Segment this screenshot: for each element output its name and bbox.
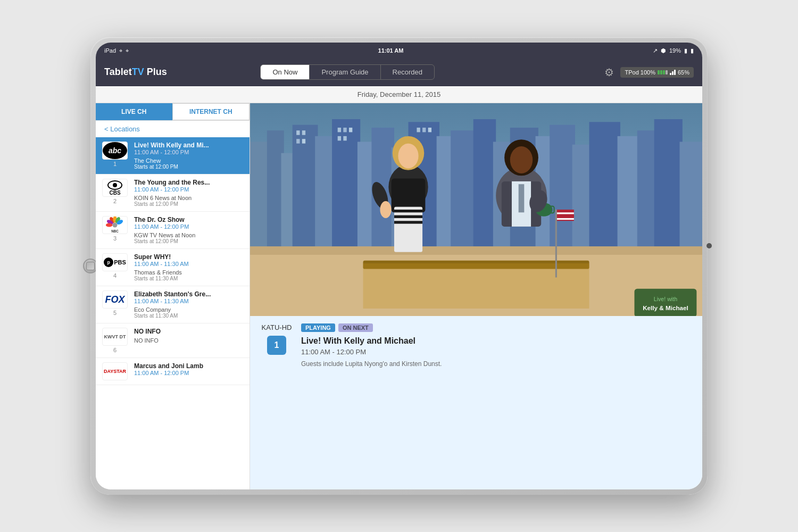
tab-on-now[interactable]: On Now (261, 65, 310, 79)
channel-number: 6 (113, 347, 117, 353)
channel-number: 3 (113, 235, 117, 242)
svg-rect-13 (315, 136, 335, 255)
show-title: Live! With Kelly and Mi... (134, 142, 244, 149)
svg-rect-30 (654, 119, 683, 255)
svg-rect-52 (557, 218, 574, 220)
show-title: Elizabeth Stanton's Gre... (134, 290, 244, 298)
bat-2 (660, 70, 662, 74)
bar-3 (674, 70, 676, 75)
svg-rect-21 (473, 119, 496, 255)
playing-description: Guests include Lupita Nyong'o and Kirste… (301, 360, 692, 368)
tab-program-guide[interactable]: Program Guide (310, 65, 380, 79)
channel-logo-wrap: p PBS 4 (101, 253, 129, 279)
svg-rect-12 (293, 125, 318, 255)
locations-link[interactable]: < Locations (96, 121, 250, 137)
svg-rect-34 (296, 139, 300, 144)
channel-item[interactable]: DAYSTAR Marcus and Joni Lamb 11:00 AM - … (96, 358, 250, 385)
bar-2 (672, 71, 674, 75)
abc-logo-text: abc (103, 142, 127, 159)
fox-logo-text: FOX (105, 294, 124, 305)
channel-item[interactable]: abc 1 Live! With Kelly and Mi... 11:00 A… (96, 137, 250, 174)
show-time: 11:00 AM - 11:30 AM (134, 298, 244, 304)
main-content: Friday, December 11, 2015 LIVE CH INTERN… (96, 86, 702, 489)
svg-rect-40 (343, 136, 346, 141)
live-ch-tab[interactable]: LIVE CH (96, 103, 172, 120)
channel-item[interactable]: p PBS 4 Super WHY! 11:00 AM - 11:30 AM (96, 249, 250, 286)
app-title-tv: TV (132, 66, 144, 77)
cbs-logo-content: CBS (107, 180, 122, 196)
svg-rect-25 (550, 125, 575, 255)
channel-name: KATU-HD (262, 323, 292, 331)
channel-logo-wrap: KWVT DT 6 (101, 328, 129, 353)
ipad-device: iPad ⌖ ⌖ 11:01 AM ↗ ⬢ 19% ▮ ▮ TabletTV P… (90, 37, 708, 495)
svg-rect-50 (557, 212, 574, 214)
channel-logo-wrap: DAYSTAR (101, 362, 129, 380)
device-label: iPad (104, 47, 116, 54)
svg-rect-42 (422, 128, 426, 132)
svg-rect-57 (394, 207, 422, 252)
svg-point-0 (113, 223, 118, 228)
bluetooth-icon: ⬢ (661, 47, 666, 54)
svg-rect-27 (589, 122, 620, 255)
svg-point-65 (510, 146, 533, 173)
show-title: The Young and the Res... (134, 179, 244, 186)
svg-rect-58 (394, 210, 422, 212)
wifi-icon: ⌖ (119, 47, 122, 54)
nav-right: ⚙ TPod 100% (604, 66, 694, 79)
channel-info: Super WHY! 11:00 AM - 11:30 AM Thomas & … (134, 253, 244, 281)
next-show: The Chew (134, 157, 244, 164)
app-title: TabletTV Plus (104, 66, 167, 78)
abc-logo: abc (102, 142, 128, 160)
pbs-logo-content: p PBS (104, 257, 126, 267)
svg-rect-39 (338, 136, 341, 141)
next-time: Starts at 12:00 PM (134, 164, 244, 170)
playing-tag: PLAYING (301, 323, 335, 332)
svg-point-62 (380, 201, 391, 218)
tpod-battery: TPod 100% 65% (620, 67, 694, 78)
fox-logo: FOX (102, 290, 128, 309)
svg-rect-41 (417, 128, 420, 132)
channel-item[interactable]: CBS 2 The Young and the Res... 11:00 AM … (96, 174, 250, 212)
channel-logo-wrap: FOX 5 (101, 290, 129, 316)
svg-rect-33 (302, 130, 305, 135)
channel-logo-wrap: NBC 3 (101, 216, 129, 242)
cbs-logo: CBS (102, 179, 128, 197)
svg-rect-31 (680, 142, 703, 255)
battery-bar (658, 70, 668, 74)
app-screen: iPad ⌖ ⌖ 11:01 AM ↗ ⬢ 19% ▮ ▮ TabletTV P… (96, 43, 702, 489)
internet-ch-tab[interactable]: INTERNET CH (172, 103, 250, 120)
next-show: Eco Company (134, 306, 244, 313)
status-left: iPad ⌖ ⌖ (104, 47, 129, 54)
show-title: The Dr. Oz Show (134, 216, 244, 223)
playing-info: PLAYING ON NEXT Live! With Kelly and Mic… (301, 323, 692, 368)
kwvt-logo-text: KWVT DT (104, 334, 126, 339)
svg-rect-60 (394, 221, 422, 223)
video-player[interactable]: Live! with Kelly & Michael (250, 103, 702, 316)
nav-bar: TabletTV Plus On Now Program Guide Recor… (96, 59, 702, 86)
show-time: 11:00 AM - 12:00 PM (134, 223, 244, 230)
info-bar: KATU-HD 1 PLAYING ON NEXT Live! With Kel… (250, 316, 702, 489)
bat-4 (666, 70, 668, 74)
nav-tabs: On Now Program Guide Recorded (260, 64, 435, 80)
svg-rect-38 (349, 128, 352, 132)
channel-tabs: LIVE CH INTERNET CH (96, 103, 250, 121)
settings-icon[interactable]: ⚙ (604, 66, 614, 79)
nbc-peacock: NBC (105, 216, 124, 234)
svg-text:Kelly & Michael: Kelly & Michael (643, 304, 688, 311)
signal-icon: ▮ (691, 47, 694, 54)
svg-point-6 (106, 223, 113, 227)
cbs-text: CBS (109, 190, 120, 196)
channel-list: abc 1 Live! With Kelly and Mi... 11:00 A… (96, 137, 250, 489)
status-bar: iPad ⌖ ⌖ 11:01 AM ↗ ⬢ 19% ▮ ▮ (96, 43, 702, 59)
video-frame: Live! with Kelly & Michael (250, 103, 702, 316)
svg-rect-70 (550, 206, 554, 213)
channel-item[interactable]: KWVT DT 6 NO INFO NO INFO (96, 323, 250, 358)
show-title: Marcus and Joni Lamb (134, 362, 244, 370)
svg-rect-68 (519, 184, 525, 212)
channel-item[interactable]: NBC 3 The Dr. Oz Show 11:00 AM - 12:00 P… (96, 212, 250, 249)
tab-recorded[interactable]: Recorded (381, 65, 434, 79)
nbc-logo: NBC (102, 216, 128, 234)
show-time: 11:00 AM - 12:00 PM (134, 186, 244, 193)
channel-item[interactable]: FOX 5 Elizabeth Stanton's Gre... 11:00 A… (96, 286, 250, 323)
side-camera (706, 243, 712, 248)
